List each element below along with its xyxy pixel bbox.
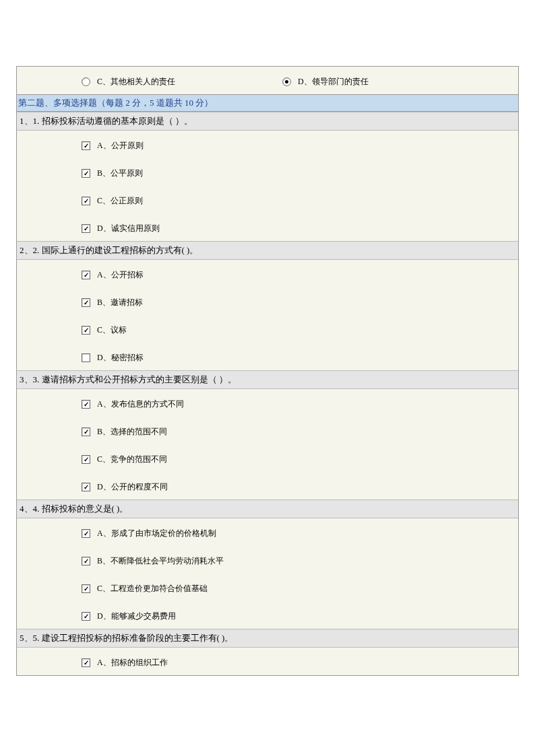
check-icon: ✓ <box>84 401 89 408</box>
option-label: C、竞争的范围不同 <box>97 454 167 465</box>
option-d-label: D、领导部门的责任 <box>298 76 369 88</box>
check-icon: ✓ <box>84 456 89 463</box>
option-label: B、邀请招标 <box>97 297 143 308</box>
checkbox-option[interactable]: ✓ <box>82 612 90 621</box>
option-row: ✓B、不断降低社会平均劳动消耗水平 <box>82 546 518 574</box>
checkbox-option[interactable]: ✓ <box>82 271 90 279</box>
option-row: ✓C、议标 <box>82 315 518 343</box>
option-label: C、公正原则 <box>97 195 143 207</box>
option-row: D、秘密招标 <box>82 343 518 370</box>
checkbox-option[interactable]: ✓ <box>82 584 90 593</box>
check-icon: ✓ <box>84 300 89 306</box>
checkbox-option[interactable]: ✓ <box>82 658 90 667</box>
option-c-label: C、其他相关人的责任 <box>97 76 175 88</box>
checkbox-option[interactable]: ✓ <box>82 141 90 150</box>
question-header: 1、1. 招标投标活动遵循的基本原则是（ ）。 <box>17 112 518 131</box>
option-row: ✓D、能够减少交易费用 <box>82 601 518 629</box>
question-header: 2、2. 国际上通行的建设工程招标的方式有( )。 <box>17 241 518 260</box>
option-label: B、公平原则 <box>97 168 143 179</box>
option-label: D、公开的程度不同 <box>97 481 168 493</box>
option-row: ✓D、公开的程度不同 <box>82 472 518 500</box>
check-icon: ✓ <box>84 198 89 205</box>
option-row: ✓B、邀请招标 <box>82 287 518 315</box>
check-icon: ✓ <box>84 660 89 666</box>
check-icon: ✓ <box>84 429 89 436</box>
question-header: 5、5. 建设工程招投标的招标准备阶段的主要工作有( )。 <box>17 629 518 648</box>
option-label: A、公开原则 <box>97 140 144 151</box>
option-row: ✓A、公开原则 <box>82 131 518 158</box>
checkbox-option[interactable]: ✓ <box>82 197 90 205</box>
check-icon: ✓ <box>84 226 89 232</box>
option-label: D、能够减少交易费用 <box>97 611 176 622</box>
checkbox-option[interactable]: ✓ <box>82 298 90 307</box>
option-row: ✓A、招标的组织工作 <box>82 648 518 675</box>
option-row: ✓B、公平原则 <box>82 158 518 186</box>
option-label: C、议标 <box>97 324 127 336</box>
questions-list: 1、1. 招标投标活动遵循的基本原则是（ ）。✓A、公开原则✓B、公平原则✓C、… <box>17 112 518 675</box>
option-label: A、公开招标 <box>97 269 144 281</box>
radio-option-c[interactable] <box>82 77 90 86</box>
option-label: D、秘密招标 <box>97 352 144 364</box>
prev-question-option-row: C、其他相关人的责任 D、领导部门的责任 <box>17 67 518 94</box>
check-icon: ✓ <box>84 484 89 491</box>
radio-dot-icon <box>285 80 288 83</box>
section-2-header: 第二题、多项选择题（每题 2 分，5 道题共 10 分） <box>17 94 518 112</box>
option-row: ✓A、发布信息的方式不同 <box>82 389 518 417</box>
check-icon: ✓ <box>84 272 89 279</box>
quiz-container: C、其他相关人的责任 D、领导部门的责任 第二题、多项选择题（每题 2 分，5 … <box>16 66 519 676</box>
option-label: C、工程造价更加符合价值基础 <box>97 583 208 594</box>
check-icon: ✓ <box>84 327 89 334</box>
option-label: B、不断降低社会平均劳动消耗水平 <box>97 555 224 567</box>
checkbox-option[interactable]: ✓ <box>82 400 90 409</box>
check-icon: ✓ <box>84 170 89 177</box>
checkbox-option[interactable]: ✓ <box>82 427 90 436</box>
checkbox-option[interactable]: ✓ <box>82 169 90 178</box>
option-row: ✓D、诚实信用原则 <box>82 213 518 241</box>
radio-option-d[interactable] <box>282 77 291 86</box>
option-row: ✓C、公正原则 <box>82 186 518 213</box>
option-d-cell: D、领导部门的责任 <box>282 76 369 88</box>
checkbox-option[interactable]: ✓ <box>82 529 90 538</box>
question-header: 4、4. 招标投标的意义是( )。 <box>17 500 518 518</box>
checkbox-option[interactable]: ✓ <box>82 455 90 464</box>
option-row: ✓A、公开招标 <box>82 260 518 287</box>
option-c-cell: C、其他相关人的责任 <box>82 76 282 88</box>
option-row: ✓B、选择的范围不同 <box>82 417 518 444</box>
option-label: A、发布信息的方式不同 <box>97 399 184 410</box>
option-label: B、选择的范围不同 <box>97 426 167 438</box>
checkbox-option[interactable]: ✓ <box>82 483 90 491</box>
option-row: ✓C、工程造价更加符合价值基础 <box>82 574 518 601</box>
checkbox-option[interactable]: ✓ <box>82 224 90 233</box>
checkbox-option[interactable] <box>82 353 90 362</box>
question-header: 3、3. 邀请招标方式和公开招标方式的主要区别是（ ）。 <box>17 370 518 389</box>
checkbox-option[interactable]: ✓ <box>82 326 90 335</box>
option-label: A、招标的组织工作 <box>97 657 168 668</box>
check-icon: ✓ <box>84 586 89 592</box>
option-row: ✓C、竞争的范围不同 <box>82 444 518 472</box>
option-row: ✓A、形成了由市场定价的价格机制 <box>82 518 518 546</box>
check-icon: ✓ <box>84 558 89 565</box>
check-icon: ✓ <box>84 613 89 620</box>
checkbox-option[interactable]: ✓ <box>82 557 90 565</box>
check-icon: ✓ <box>84 530 89 537</box>
option-label: A、形成了由市场定价的价格机制 <box>97 528 216 539</box>
option-label: D、诚实信用原则 <box>97 223 160 234</box>
check-icon: ✓ <box>84 143 89 149</box>
